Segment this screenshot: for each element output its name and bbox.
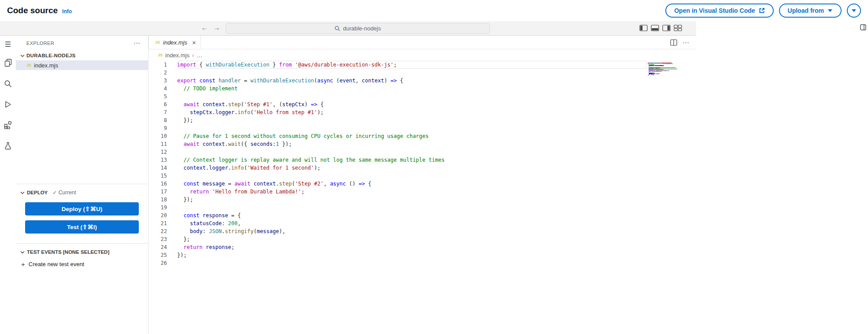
code-line[interactable]: body: JSON.stringify(message),	[177, 227, 647, 235]
line-number[interactable]: 25	[148, 251, 167, 259]
code-line[interactable]: const message = await context.step('Step…	[177, 180, 647, 188]
toggle-secondary-sidebar-icon[interactable]	[662, 25, 671, 31]
test-button[interactable]: Test (⇧⌘I)	[25, 220, 139, 234]
code-line[interactable]	[177, 148, 647, 156]
code-source-header: Code source Info Open in Visual Studio C…	[0, 0, 868, 21]
code-line[interactable]: // Context logger is replay aware and wi…	[177, 156, 647, 164]
create-test-event-button[interactable]: + Create new test event	[16, 259, 148, 269]
explorer-files-icon	[4, 59, 12, 67]
code-line[interactable]: await context.step('Step #1', (stepCtx) …	[177, 100, 647, 108]
activity-tests-button[interactable]	[0, 135, 16, 156]
code-lines[interactable]: import { withDurableExecution } from '@a…	[177, 61, 647, 334]
line-number[interactable]: 20	[148, 212, 167, 219]
line-number[interactable]: 13	[148, 156, 167, 164]
tools-panel-toggle-icon[interactable]	[860, 24, 866, 30]
more-actions-menu-button[interactable]	[847, 4, 861, 18]
code-line[interactable]: // TODO implement	[177, 85, 647, 93]
search-value: durable-nodejs	[343, 25, 381, 32]
code-line[interactable]: import { withDurableExecution } from '@a…	[177, 61, 647, 69]
check-icon: ✓	[52, 189, 57, 196]
line-number[interactable]: 3	[148, 77, 167, 85]
activity-search-button[interactable]	[0, 73, 16, 94]
navigate-forward-button[interactable]: →	[212, 24, 222, 31]
explorer-more-actions-icon[interactable]: ⋯	[134, 39, 140, 47]
code-line[interactable]	[177, 124, 647, 132]
test-events-section-header[interactable]: TEST EVENTS [NONE SELECTED]	[16, 247, 148, 257]
line-number[interactable]: 5	[148, 93, 167, 100]
code-line[interactable]	[177, 259, 647, 267]
menu-button[interactable]: ☰	[0, 36, 16, 52]
code-line[interactable]: export const handler = withDurableExecut…	[177, 77, 647, 85]
code-line[interactable]: // Pause for 1 second without consuming …	[177, 132, 647, 140]
line-number[interactable]: 8	[148, 116, 167, 124]
folder-row-durable-nodejs[interactable]: DURABLE-NODEJS	[16, 51, 148, 60]
code-line[interactable]: });	[177, 116, 647, 124]
minimap[interactable]	[648, 63, 682, 76]
line-number[interactable]: 4	[148, 85, 167, 93]
split-editor-icon[interactable]	[670, 39, 677, 46]
deploy-section-header[interactable]: DEPLOY ✓ Current	[16, 188, 148, 197]
create-test-event-label: Create new test event	[29, 261, 84, 267]
file-row-index-mjs[interactable]: JS index.mjs	[16, 60, 148, 70]
code-line[interactable]: return response;	[177, 243, 647, 251]
line-number[interactable]: 11	[148, 140, 167, 148]
code-line[interactable]	[177, 93, 647, 100]
code-line[interactable]: context.logger.info('Waited for 1 second…	[177, 164, 647, 172]
code-line[interactable]	[177, 69, 647, 77]
line-number[interactable]: 19	[148, 204, 167, 212]
line-number[interactable]: 6	[148, 100, 167, 108]
customize-layout-icon[interactable]	[674, 25, 682, 31]
code-line[interactable]: const response = {	[177, 212, 647, 219]
tab-index-mjs[interactable]: JS index.mjs ×	[148, 36, 201, 49]
lambda-code-source-page: Code source Info Open in Visual Studio C…	[0, 0, 868, 334]
code-line[interactable]	[177, 204, 647, 212]
line-number[interactable]: 21	[148, 219, 167, 227]
toggle-primary-sidebar-icon[interactable]	[639, 25, 648, 31]
code-line[interactable]: await context.wait({ seconds:1 });	[177, 140, 647, 148]
toggle-panel-icon[interactable]	[651, 25, 659, 31]
activity-extensions-button[interactable]	[0, 115, 16, 135]
open-vscode-button[interactable]: Open in Visual Studio Code	[665, 4, 773, 18]
line-number[interactable]: 10	[148, 132, 167, 140]
breadcrumb[interactable]: JS index.mjs › …	[148, 49, 696, 61]
editor-more-actions-icon[interactable]: ⋯	[683, 39, 689, 47]
line-number[interactable]: 22	[148, 227, 167, 235]
line-number[interactable]: 7	[148, 108, 167, 116]
code-editor[interactable]: 1234567891011121314151617181920212223242…	[148, 61, 696, 334]
explorer-title: EXPLORER	[26, 41, 54, 46]
line-number[interactable]: 12	[148, 148, 167, 156]
line-number[interactable]: 18	[148, 196, 167, 204]
external-link-icon	[759, 7, 765, 14]
code-line[interactable]: statusCode: 200,	[177, 219, 647, 227]
line-number[interactable]: 26	[148, 259, 167, 267]
js-file-icon: JS	[26, 63, 31, 67]
line-number[interactable]: 2	[148, 69, 167, 77]
activity-run-debug-button[interactable]	[0, 94, 16, 115]
code-line[interactable]: });	[177, 196, 647, 204]
command-center-search[interactable]: durable-nodejs	[226, 23, 490, 34]
deploy-button[interactable]: Deploy (⇧⌘U)	[25, 202, 139, 215]
line-number[interactable]: 17	[148, 188, 167, 196]
navigate-back-button[interactable]: ←	[200, 24, 209, 31]
caret-down-icon	[851, 9, 857, 12]
close-icon[interactable]: ×	[192, 39, 196, 46]
code-line[interactable]: });	[177, 251, 647, 259]
line-number[interactable]: 16	[148, 180, 167, 188]
line-number[interactable]: 1	[148, 61, 167, 69]
code-line[interactable]: stepCtx.logger.info('Hello from step #1'…	[177, 108, 647, 116]
code-line[interactable]: };	[177, 235, 647, 243]
line-number[interactable]: 15	[148, 172, 167, 180]
code-line[interactable]: return 'Hello from Durable Lambda!';	[177, 188, 647, 196]
upload-from-button[interactable]: Upload from	[779, 4, 842, 18]
code-line[interactable]	[177, 172, 647, 180]
info-link[interactable]: Info	[62, 8, 72, 15]
file-name: index.mjs	[34, 62, 58, 69]
activity-explorer-button[interactable]	[0, 52, 16, 73]
line-number[interactable]: 14	[148, 164, 167, 172]
file-tree: DURABLE-NODEJS JS index.mjs	[16, 51, 148, 70]
gutter[interactable]: 1234567891011121314151617181920212223242…	[148, 61, 171, 334]
line-number[interactable]: 23	[148, 235, 167, 243]
editor-pane: JS index.mjs × ⋯ JS index.mjs › … 1234	[148, 36, 696, 334]
line-number[interactable]: 24	[148, 243, 167, 251]
line-number[interactable]: 9	[148, 124, 167, 132]
